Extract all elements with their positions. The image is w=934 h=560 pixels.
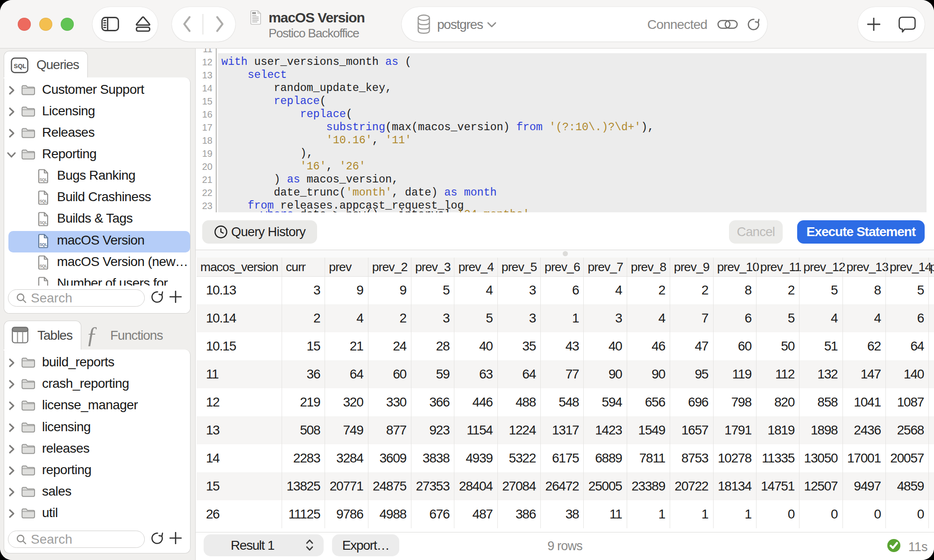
svg-text:SQL: SQL bbox=[14, 63, 27, 70]
svg-text:SQL: SQL bbox=[40, 242, 48, 247]
svg-text:SQL: SQL bbox=[40, 264, 48, 268]
svg-text:SQL: SQL bbox=[40, 177, 48, 182]
svg-text:SQL: SQL bbox=[40, 220, 48, 225]
svg-text:SQL: SQL bbox=[40, 199, 48, 203]
